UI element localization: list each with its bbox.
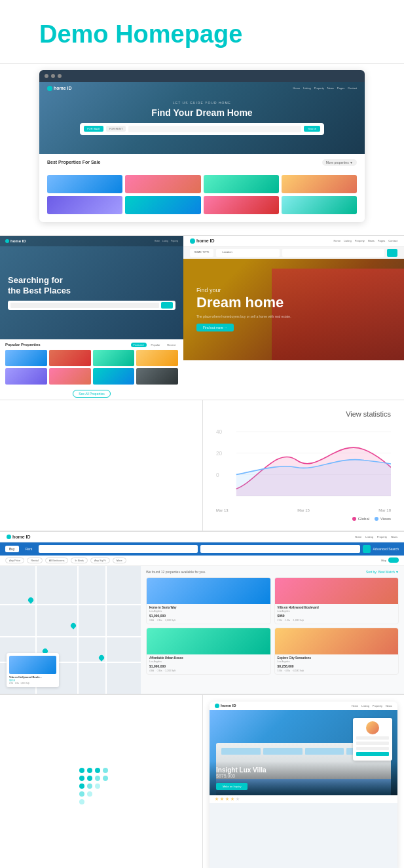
road-v-3 [105,566,107,694]
filter-rental[interactable]: Rental [27,557,43,563]
prop-card-3[interactable] [204,175,279,193]
searching-bar[interactable] [8,301,175,310]
prop-card-2[interactable] [125,175,200,193]
searching-input[interactable] [10,303,159,308]
dream-search-input[interactable] [282,249,384,257]
listing-card-4[interactable]: Explore City Sensations Los Angeles $8,2… [274,628,399,675]
properties-filter[interactable]: More properties ▼ [322,159,357,166]
window-2 [263,748,303,755]
nav-link-listing[interactable]: Listing [303,86,311,90]
map-home-type-input[interactable] [39,545,198,553]
villa-inquiry-btn[interactable]: Make an Inquiry [216,783,248,790]
dream-search-btn[interactable] [387,249,397,257]
map-property-card[interactable]: Vila on Hollywood Boulv... $959 2 Bd · 1… [7,653,59,687]
map-section: home ID Home Listing Property News Buy R… [0,532,404,694]
d-nav-4[interactable]: News [368,239,375,242]
v-nav-4[interactable]: News [386,704,392,708]
m-nav-3[interactable]: Property [377,535,387,538]
searching-search-btn[interactable] [161,302,173,309]
pop-card-1[interactable] [5,350,47,366]
dream-cta-button[interactable]: Find out more → [196,324,234,331]
bottom-left [0,695,203,868]
filter-bedrooms[interactable]: All Bedrooms [45,557,69,563]
search-bar[interactable]: FOR SALE FOR RENT Search [80,123,324,135]
dream-search-location[interactable]: Location [216,249,280,257]
d-nav-3[interactable]: Property [355,239,365,242]
popular-tab-featured[interactable]: Featured [131,343,147,347]
listings-sort[interactable]: Sort by: Best Match ▼ [366,570,399,574]
d-nav-1[interactable]: Home [333,239,340,242]
map-search-btn[interactable] [363,545,371,553]
listing-title-4: Explore City Sensations [278,656,396,660]
pop-card-5[interactable] [5,368,47,385]
pop-card-3[interactable] [93,350,135,366]
search-input[interactable] [128,126,301,132]
properties-title: Best Properties For Sale [47,160,100,164]
nav-link-news[interactable]: News [327,86,334,90]
chart-label-3: Mar 18 [378,508,391,512]
map-tab-rent[interactable]: Rent [22,546,37,552]
nav-link-pages[interactable]: Pages [337,86,344,90]
pop-card-2[interactable] [49,350,91,366]
m-nav-4[interactable]: News [391,535,397,538]
popular-tab-recent[interactable]: Recent [164,343,178,347]
map-advanced-btn[interactable]: Advanced Search [373,547,399,551]
prop-card-7[interactable] [204,196,279,214]
svg-point-9 [95,768,100,773]
contact-agent-btn[interactable] [356,752,389,756]
m-nav-1[interactable]: Home [355,535,362,538]
s-nav-1[interactable]: Home [155,240,160,242]
villa-browser: home ID Home Listing Property News [210,702,397,868]
s-nav-3[interactable]: Property [171,240,178,242]
map-search-input[interactable] [200,545,359,553]
filter-more[interactable]: More [113,557,126,563]
popular-tab-popular[interactable]: Popular [149,343,163,347]
browser-dot-3 [58,74,62,78]
tab-for-rent[interactable]: FOR RENT [106,126,126,132]
filter-sqft[interactable]: Any Sq Ft [90,557,110,563]
d-nav-6[interactable]: Contact [388,239,397,242]
listing-card-3[interactable]: Affordable Urban House Los Angeles $1,99… [146,628,271,675]
map-toggle-switch[interactable] [388,557,399,563]
dream-search-type[interactable]: HOME TYPE [190,249,213,257]
prop-card-4[interactable] [282,175,357,193]
see-all-button[interactable]: See All Properties [73,390,111,398]
v-nav-3[interactable]: Property [373,704,382,708]
listing-features-1: 3 Bd · 2 Ba · 2,800 Sqft [149,619,268,622]
map-pin-4[interactable] [98,654,105,661]
v-nav-2[interactable]: Listing [361,704,369,708]
nav-link-contact[interactable]: Contact [348,86,357,90]
filter-in-beds[interactable]: In Beds [71,557,88,563]
pop-card-8[interactable] [136,368,178,385]
map-tab-buy[interactable]: Buy [5,546,19,552]
prop-card-6[interactable] [125,196,200,214]
s-nav-2[interactable]: Listing [162,240,168,242]
pop-card-4[interactable] [136,350,178,366]
prop-card-1[interactable] [47,175,122,193]
map-pin-2[interactable] [69,622,77,630]
search-button[interactable]: Search [304,126,320,132]
filter-any-price[interactable]: Any Price [5,557,24,563]
star-3 [225,797,229,801]
pop-card-7[interactable] [93,368,135,385]
bottom-section: home ID Home Listing Property News [0,695,404,868]
road-h-2 [0,636,141,637]
searching-title: Searching forthe Best Places [8,275,175,295]
nav-link-home[interactable]: Home [293,86,300,90]
listing-card-1[interactable]: Home in Santa Way Los Angeles $1,090,000… [146,577,271,624]
chart-label-2: Mar 15 [297,508,310,512]
m-nav-2[interactable]: Listing [365,535,373,538]
tab-for-sale[interactable]: FOR SALE [84,126,103,132]
map-toggle-label: Map [381,559,386,562]
prop-card-8[interactable] [282,196,357,214]
d-nav-5[interactable]: Pages [378,239,385,242]
star-1 [215,797,219,801]
d-nav-2[interactable]: Listing [344,239,352,242]
listing-card-2[interactable]: Villa on Hollywood Boulevard Los Angeles… [274,577,399,624]
prop-card-5[interactable] [47,196,122,214]
pop-card-6[interactable] [49,368,91,385]
v-nav-1[interactable]: Home [352,704,359,708]
window-3 [305,748,344,755]
nav-link-property[interactable]: Property [314,86,324,90]
map-pin-1[interactable] [27,597,34,604]
